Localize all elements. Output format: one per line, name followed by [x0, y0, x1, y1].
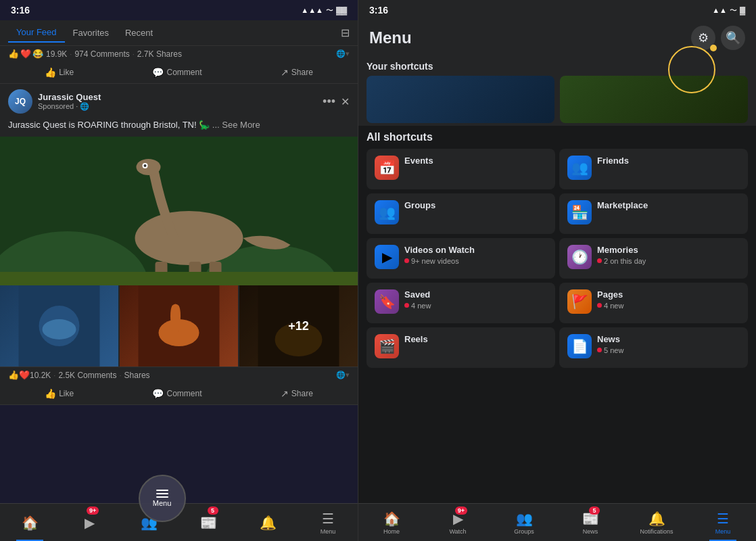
like-emoji: 👍: [8, 49, 19, 59]
nav-groups-right[interactable]: 👥 Groups: [491, 504, 557, 541]
post1-globe-icon: 🌐▾: [336, 49, 350, 58]
watch-badge-right: 9+: [455, 507, 467, 515]
shortcut-tile-pages[interactable]: 🚩 Pages 4 new: [559, 283, 748, 323]
nav-notifications-right[interactable]: 🔔 Notifications: [623, 504, 690, 541]
tab-recent[interactable]: Recent: [117, 24, 161, 42]
nav-watch-right[interactable]: ▶ 9+ Watch: [425, 504, 491, 541]
menu-circle-overlay[interactable]: Menu: [139, 475, 186, 522]
nav-news-left[interactable]: 📰 5: [179, 504, 239, 541]
highlight-dot: [710, 45, 717, 51]
saved-content: Saved 4 new: [404, 289, 547, 310]
post2-sponsored: Sponsored · 🌐: [38, 102, 323, 111]
bottom-nav-right: 🏠 Home ▶ 9+ Watch 👥 Groups 📰 5 News 🔔 No…: [358, 503, 756, 541]
menu-icon-left: ☰: [322, 511, 334, 527]
reels-content: Reels: [404, 334, 547, 345]
like-icon: 👍: [45, 67, 56, 78]
photo-cell-2[interactable]: [120, 285, 238, 367]
tab-your-feed[interactable]: Your Feed: [8, 23, 65, 43]
shortcut-tile-news[interactable]: 📄 News 5 new: [559, 327, 748, 368]
settings-icon: ⚙: [698, 30, 709, 45]
menu-circle-label: Menu: [153, 499, 172, 507]
search-button[interactable]: 🔍: [721, 26, 745, 50]
groups-icon-right-nav: 👥: [516, 511, 533, 527]
post2-share-button[interactable]: ↗ Share: [275, 385, 318, 402]
post1-like-button[interactable]: 👍 Like: [39, 64, 79, 80]
pages-badge-dot: [597, 303, 602, 308]
shortcut-tile-groups[interactable]: 👥 Groups: [367, 193, 555, 234]
post1-actions: 👍 Like 💬 Comment ↗ Share: [0, 62, 358, 84]
shortcut-card-1[interactable]: [367, 76, 554, 123]
post2-like-icon: 👍: [45, 388, 56, 399]
shortcut-tile-reels[interactable]: 🎬 Reels: [367, 327, 555, 368]
shortcuts-grid: 📅 Events 👥 Friends 👥 Groups: [367, 149, 748, 368]
post2-comment-button[interactable]: 💬 Comment: [147, 385, 207, 402]
post2-stats: 👍 ❤️ 10.2K · 2.5K Comments · Shares 🌐▾: [0, 367, 358, 383]
menu-header: Menu ⚙ 🔍: [358, 20, 756, 55]
search-icon: 🔍: [726, 30, 740, 45]
svg-point-3: [135, 211, 243, 265]
home-icon-right: 🏠: [383, 511, 400, 527]
svg-point-13: [43, 319, 76, 339]
menu-icon-right: ☰: [717, 511, 729, 527]
nav-menu-right[interactable]: ☰ Menu: [690, 504, 756, 541]
post1-shares: 2.7K Shares: [137, 49, 182, 59]
post1-share-button[interactable]: ↗ Share: [275, 64, 318, 80]
news-name: News: [597, 334, 740, 345]
post2-comments-count: 2.5K Comments: [58, 371, 116, 380]
wifi-icon-right: 〜: [730, 5, 737, 16]
post2-share-label: Share: [291, 389, 313, 398]
notifications-icon-right: 🔔: [648, 511, 665, 527]
comment-icon: 💬: [152, 67, 164, 78]
friends-name: Friends: [597, 156, 740, 166]
nav-home-right[interactable]: 🏠 Home: [358, 504, 425, 541]
post2-like-button[interactable]: 👍 Like: [39, 385, 79, 402]
news-badge-right: 5: [589, 507, 600, 515]
nav-menu-left[interactable]: ☰ Menu: [298, 504, 358, 541]
nav-watch-left[interactable]: ▶ 9+: [60, 504, 119, 541]
shortcut-tile-memories[interactable]: 🕐 Memories 2 on this day: [559, 238, 748, 279]
shortcut-card-2[interactable]: [560, 76, 748, 123]
videos-badge: 9+ new videos: [404, 257, 547, 265]
shortcut-tile-saved[interactable]: 🔖 Saved 4 new: [367, 283, 555, 323]
nav-home-left[interactable]: 🏠: [0, 504, 60, 541]
shortcut-tile-friends[interactable]: 👥 Friends: [559, 149, 748, 189]
photo-cell-3[interactable]: +12: [239, 285, 358, 367]
all-shortcuts-label: All shortcuts: [367, 131, 748, 143]
memories-content: Memories 2 on this day: [597, 245, 740, 265]
shortcut-tile-videos[interactable]: ▶ Videos on Watch 9+ new videos: [367, 238, 555, 279]
status-bar-left: 3:16 ▲▲▲ 〜 ▓▓: [0, 0, 358, 20]
post1-comments: 974 Comments: [74, 49, 129, 59]
post2-close-button[interactable]: ✕: [341, 95, 350, 108]
post1-comment-button[interactable]: 💬 Comment: [147, 64, 207, 80]
post2-more-button[interactable]: •••: [323, 95, 335, 109]
reels-name: Reels: [404, 334, 547, 345]
post1-reactions: 👍 ❤️ 😂: [8, 49, 43, 59]
wifi-icon-left: 〜: [326, 5, 333, 16]
post2-card: JQ Jurassic Quest Sponsored · 🌐 ••• ✕ Ju…: [0, 84, 358, 405]
svg-point-9: [144, 164, 147, 167]
videos-name: Videos on Watch: [404, 245, 547, 256]
post1-share-label: Share: [291, 68, 313, 77]
post2-meta: Jurassic Quest Sponsored · 🌐: [38, 92, 323, 111]
feed-adjust-icon[interactable]: ⊟: [341, 26, 350, 39]
shortcut-tile-marketplace[interactable]: 🏪 Marketplace: [559, 193, 748, 234]
post2-header: JQ Jurassic Quest Sponsored · 🌐 ••• ✕: [0, 84, 358, 119]
post1-stats: 👍 ❤️ 😂 19.9K · 974 Comments · 2.7K Share…: [0, 46, 358, 62]
nav-notifications-left[interactable]: 🔔: [239, 504, 298, 541]
post2-like-label: Like: [59, 389, 74, 398]
photo-plus-overlay[interactable]: +12: [239, 285, 358, 367]
home-icon-left: 🏠: [22, 515, 39, 531]
tab-favorites[interactable]: Favorites: [65, 24, 117, 42]
post1-like-label: Like: [59, 68, 74, 77]
post2-photo-grid: +12: [0, 285, 358, 367]
videos-icon: ▶: [375, 245, 399, 269]
post2-see-more[interactable]: ... See More: [212, 120, 260, 130]
photo-cell-1[interactable]: [0, 285, 118, 367]
events-icon: 📅: [375, 156, 399, 180]
post2-main-image[interactable]: [0, 137, 358, 285]
nav-news-right[interactable]: 📰 5 News: [557, 504, 623, 541]
post2-share-icon: ↗: [281, 388, 289, 399]
pages-content: Pages 4 new: [597, 289, 740, 310]
watch-icon-left: ▶: [85, 515, 95, 531]
shortcut-tile-events[interactable]: 📅 Events: [367, 149, 555, 189]
